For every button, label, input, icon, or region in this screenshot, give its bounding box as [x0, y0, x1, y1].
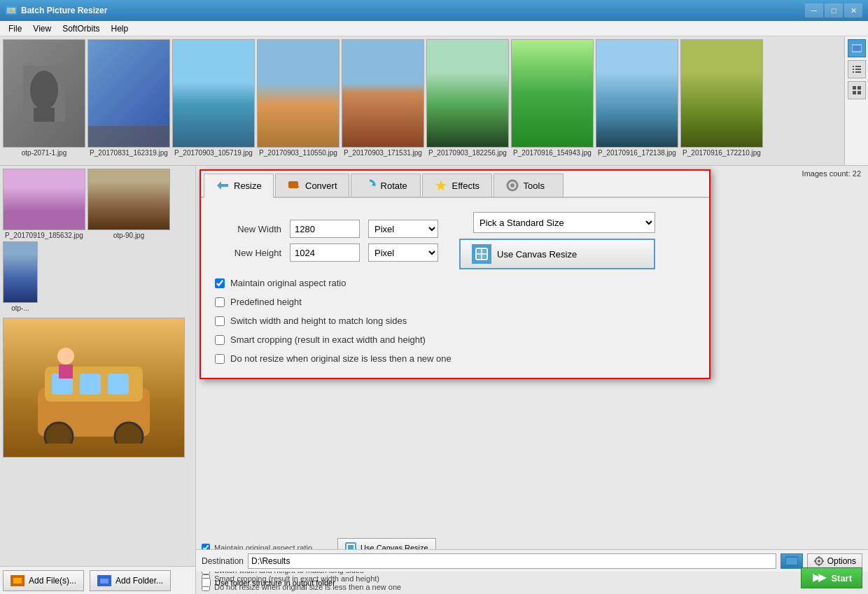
- dest-browse-btn[interactable]: [780, 553, 803, 569]
- gallery-item[interactable]: P_20170903_182256.jpg: [426, 39, 509, 163]
- tab-tools[interactable]: Tools: [493, 174, 564, 197]
- add-buttons-area: Add File(s)... Add Folder...: [0, 566, 195, 594]
- resize-panel: Resize Convert: [200, 169, 710, 379]
- gallery-item[interactable]: otp-2071-1.jpg: [3, 39, 85, 163]
- minimize-btn[interactable]: ─: [805, 3, 823, 17]
- smart-crop-checkbox[interactable]: [215, 335, 225, 345]
- height-row: New Height Pixel Percent cm mm inch: [215, 243, 438, 262]
- gallery-label: P_20170903_182256.jpg: [428, 149, 507, 157]
- gallery-item[interactable]: P_20170916_172210.jpg: [680, 39, 763, 163]
- svg-rect-32: [100, 579, 108, 584]
- no-resize-checkbox[interactable]: [215, 354, 225, 364]
- options-btn[interactable]: Options: [807, 553, 862, 569]
- svg-point-27: [57, 348, 74, 365]
- svg-point-41: [510, 183, 514, 188]
- svg-rect-51: [786, 558, 797, 565]
- svg-rect-13: [855, 69, 861, 70]
- dims-and-btn: New Width Pixel Percent cm mm inch: [215, 212, 695, 269]
- options-label: Options: [827, 556, 856, 566]
- gallery-label: otp-...: [11, 304, 29, 312]
- gallery-item[interactable]: P_20170916_154943.jpg: [511, 39, 594, 163]
- svg-rect-10: [853, 66, 854, 67]
- predefined-height-row: Predefined height: [215, 297, 695, 307]
- rotate-icon: [363, 178, 377, 192]
- svg-point-53: [818, 560, 820, 563]
- add-folder-btn[interactable]: Add Folder...: [90, 570, 171, 591]
- no-resize-row: Do not resize when original size is less…: [215, 353, 695, 364]
- tab-effects-label: Effects: [452, 181, 480, 191]
- gallery-item[interactable]: P_20170916_172138.jpg: [596, 39, 678, 163]
- width-row: New Width Pixel Percent cm mm inch: [215, 220, 438, 238]
- tab-rotate[interactable]: Rotate: [351, 174, 421, 197]
- large-preview: [3, 318, 185, 458]
- width-input[interactable]: [290, 220, 360, 238]
- sidebar-icon-list[interactable]: [848, 60, 866, 78]
- svg-point-3: [13, 8, 15, 10]
- menu-softorbits[interactable]: SoftOrbits: [57, 22, 105, 35]
- add-files-btn[interactable]: Add File(s)...: [3, 570, 84, 591]
- standard-size-select[interactable]: Pick a Standard Size 800×600 1024×768 12…: [473, 212, 655, 233]
- folder-structure-checkbox[interactable]: [202, 578, 211, 587]
- width-unit-select[interactable]: Pixel Percent cm mm inch: [368, 220, 438, 238]
- start-wrapper: Start: [801, 567, 862, 588]
- dest-bar: Destination Opt: [196, 549, 868, 572]
- switch-wh-row: Switch width and height to match long si…: [215, 316, 695, 326]
- maximize-btn[interactable]: □: [825, 3, 843, 17]
- svg-rect-6: [34, 108, 55, 122]
- dest-input[interactable]: [248, 553, 776, 569]
- sidebar-icon-img[interactable]: [848, 39, 866, 57]
- gallery-item[interactable]: P_20170903_171531.jpg: [342, 39, 424, 163]
- gallery-label: P_20170916_172138.jpg: [598, 149, 676, 157]
- tab-resize[interactable]: Resize: [204, 174, 274, 198]
- svg-rect-17: [858, 86, 861, 90]
- svg-rect-25: [80, 374, 101, 395]
- tab-convert-label: Convert: [305, 181, 337, 191]
- gallery-item[interactable]: P_20170919_185632.jpg: [3, 169, 85, 239]
- menu-file[interactable]: File: [3, 22, 27, 35]
- gallery-label: P_20170903_105719.jpg: [174, 149, 253, 157]
- tab-convert[interactable]: Convert: [275, 174, 349, 197]
- title-bar: Batch Picture Resizer ─ □ ✕: [0, 0, 868, 21]
- convert-icon: [287, 178, 301, 192]
- canvas-resize-btn[interactable]: Use Canvas Resize: [459, 239, 655, 269]
- canvas-resize-icon: [472, 244, 491, 264]
- svg-marker-39: [435, 180, 447, 191]
- svg-rect-9: [853, 45, 861, 51]
- gallery-label: P_20170831_162319.jpg: [90, 149, 168, 157]
- maintain-aspect-label: Maintain original aspect ratio: [230, 278, 346, 288]
- maintain-aspect-checkbox[interactable]: [215, 278, 225, 288]
- add-folder-icon: [97, 575, 111, 586]
- effects-icon: [434, 178, 448, 192]
- menu-view[interactable]: View: [27, 22, 57, 35]
- height-input[interactable]: [290, 243, 360, 262]
- predefined-height-label: Predefined height: [230, 297, 302, 307]
- gallery-label: P_20170919_185632.jpg: [5, 232, 83, 239]
- predefined-height-checkbox[interactable]: [215, 297, 225, 307]
- gallery-item[interactable]: otp-...: [3, 241, 38, 312]
- gallery-item[interactable]: otp-90.jpg: [88, 169, 170, 239]
- svg-rect-16: [853, 86, 856, 90]
- gallery-item[interactable]: P_20170903_105719.jpg: [172, 39, 255, 163]
- switch-wh-checkbox[interactable]: [215, 316, 225, 326]
- sidebar-icon-grid[interactable]: [848, 81, 866, 99]
- smart-crop-label: Smart cropping (result in exact width an…: [230, 334, 426, 345]
- gallery-item[interactable]: P_20170903_110550.jpg: [257, 39, 340, 163]
- tools-icon: [505, 178, 519, 192]
- dims-col: New Width Pixel Percent cm mm inch: [215, 220, 438, 262]
- height-unit-select[interactable]: Pixel Percent cm mm inch: [368, 243, 438, 262]
- start-btn[interactable]: Start: [801, 567, 862, 588]
- svg-rect-15: [855, 71, 861, 73]
- tab-effects[interactable]: Effects: [422, 174, 492, 197]
- close-btn[interactable]: ✕: [844, 3, 862, 17]
- right-panel: Images count: 22 Maintain original aspec…: [196, 166, 868, 594]
- canvas-resize-label: Use Canvas Resize: [497, 249, 577, 260]
- svg-rect-18: [853, 91, 856, 94]
- smart-crop-row: Smart cropping (result in exact width an…: [215, 334, 695, 345]
- gallery-item[interactable]: P_20170831_162319.jpg: [88, 39, 170, 163]
- tab-rotate-label: Rotate: [381, 181, 407, 191]
- menu-help[interactable]: Help: [106, 22, 134, 35]
- svg-point-22: [115, 423, 143, 444]
- svg-rect-12: [853, 69, 854, 70]
- window-controls: ─ □ ✕: [805, 3, 862, 17]
- gallery-label: P_20170916_154943.jpg: [513, 149, 592, 157]
